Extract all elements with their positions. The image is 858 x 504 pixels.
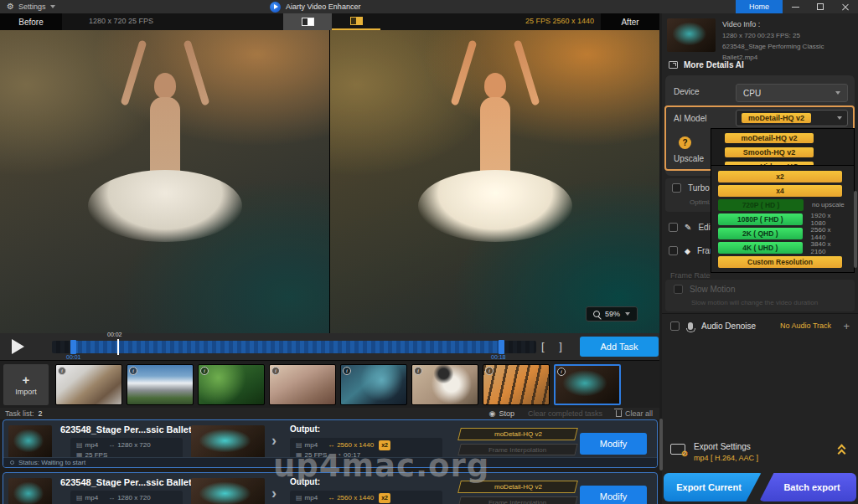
- media-thumbnail-snow-dog[interactable]: i: [55, 364, 122, 405]
- tab-after[interactable]: After: [601, 13, 659, 30]
- task-list-count: Task list: 2: [5, 409, 43, 418]
- device-label: Device: [674, 87, 700, 96]
- before-image: [0, 30, 329, 333]
- edit-checkbox[interactable]: [669, 223, 678, 232]
- modify-button[interactable]: Modify: [580, 433, 647, 455]
- app-window: ⚙ Settings Aiarty Video Enhancer Home Be…: [0, 0, 858, 504]
- frame-interpolation-checkbox-row[interactable]: ◆ Frame Interpolation: [669, 246, 714, 255]
- upscale-option-1080p[interactable]: 1080P ( FHD )1920 x 1080: [718, 213, 847, 225]
- ai-model-option[interactable]: Smooth-HQ v2: [711, 145, 854, 159]
- trim-start-handle[interactable]: [70, 340, 76, 354]
- ai-model-select[interactable]: moDetail-HQ v2: [736, 110, 848, 126]
- upscale-option-4k[interactable]: 4K ( UHD )3840 x 2160: [718, 241, 847, 254]
- help-icon[interactable]: ?: [679, 136, 691, 149]
- playhead[interactable]: [117, 339, 119, 355]
- video-info-thumbnail: [667, 18, 716, 52]
- arrow-icon: ›: [271, 432, 277, 450]
- resolution-icon: ↔: [108, 493, 115, 503]
- info-icon[interactable]: i: [485, 367, 494, 375]
- media-thumbnail-mountains[interactable]: i: [127, 364, 194, 405]
- zoom-level-control[interactable]: 59%: [586, 306, 638, 321]
- media-thumbnail-cat[interactable]: i: [411, 364, 478, 405]
- app-title-area: Aiarty Video Enhancer: [270, 0, 360, 13]
- info-icon[interactable]: i: [557, 368, 566, 376]
- timeline-track[interactable]: 00:02 00:01 00:18: [52, 341, 536, 353]
- settings-sidebar: Video Info : 1280 x 720 00:23 FPS: 25 62…: [662, 13, 858, 504]
- playhead-time: 00:02: [107, 332, 122, 337]
- media-thumbnail-tiger[interactable]: i: [483, 364, 550, 405]
- collapse-chevrons-icon[interactable]: [838, 445, 846, 455]
- turbo-checkbox-row[interactable]: Turbo: [672, 183, 710, 193]
- frame-checkbox[interactable]: [669, 246, 678, 255]
- media-thumbnail-plants[interactable]: i: [198, 364, 265, 405]
- task-source-thumbnail: [8, 478, 52, 504]
- tab-before[interactable]: Before: [0, 13, 62, 30]
- export-current-button[interactable]: Export Current: [664, 473, 764, 501]
- info-icon[interactable]: i: [200, 367, 209, 375]
- edit-checkbox-row[interactable]: ✎ Edit: [669, 223, 713, 232]
- trash-icon: [616, 410, 622, 417]
- audio-denoise-row: Audio Denoise No Audio Track +: [662, 315, 858, 337]
- upscale-option-2k[interactable]: 2K ( QHD )2560 x 1440: [718, 227, 847, 239]
- task-preview-thumbnail: [191, 425, 265, 459]
- slow-motion-checkbox-row[interactable]: Slow Motion: [674, 285, 735, 294]
- import-button[interactable]: + Import: [3, 364, 49, 405]
- upscale-option-720p[interactable]: 720P ( HD )no upscale: [718, 198, 847, 211]
- ai-model-option[interactable]: moDetail-HQ v2: [711, 131, 854, 145]
- clear-all-button[interactable]: Clear all: [616, 409, 653, 418]
- gear-icon: ⚙: [7, 3, 14, 11]
- minimize-button[interactable]: [783, 0, 808, 13]
- side-by-side-icon: [350, 17, 363, 25]
- trim-brackets-icon[interactable]: [ ]: [541, 340, 568, 352]
- play-button[interactable]: [12, 339, 24, 354]
- device-select[interactable]: CPU: [736, 84, 848, 102]
- upscale-dropdown: x2 x4 720P ( HD )no upscale 1080P ( FHD …: [711, 165, 855, 273]
- modify-button[interactable]: Modify: [580, 486, 647, 504]
- add-task-button[interactable]: Add Task: [580, 337, 659, 357]
- side-by-side-toggle[interactable]: [332, 13, 380, 30]
- titlebar: ⚙ Settings Aiarty Video Enhancer Home: [0, 0, 858, 13]
- maximize-button[interactable]: [808, 0, 833, 13]
- media-thumbnail-train[interactable]: i: [340, 364, 407, 405]
- video-info-meta: 1280 x 720 00:23 FPS: 25: [722, 30, 858, 41]
- stop-button[interactable]: ◉ Stop: [489, 409, 514, 418]
- timeline-selection: [74, 341, 503, 353]
- magnifier-icon: [593, 311, 600, 317]
- media-thumbnail-woman-bath[interactable]: i: [269, 364, 336, 405]
- format-icon: ▤: [76, 493, 83, 503]
- info-icon[interactable]: i: [271, 367, 280, 375]
- media-strip: + Import i i i i i i i i: [0, 360, 659, 408]
- video-info-block: Video Info : 1280 x 720 00:23 FPS: 25 62…: [722, 19, 858, 63]
- upscale-option-x2[interactable]: x2: [718, 170, 847, 183]
- clear-completed-button[interactable]: Clear completed tasks: [528, 409, 602, 418]
- pencil-icon: ✎: [685, 223, 691, 232]
- sidebar-scrollbar[interactable]: [854, 191, 857, 268]
- upscale-option-custom[interactable]: Custom Resolution: [718, 255, 847, 268]
- audio-denoise-checkbox[interactable]: [670, 321, 680, 331]
- timeline-bar: 00:02 00:01 00:18 [ ] Add Task: [0, 333, 659, 360]
- frame-interpolation-badge: Frame Interpolation: [457, 496, 577, 504]
- turbo-checkbox[interactable]: [672, 183, 681, 193]
- info-icon[interactable]: i: [129, 367, 137, 375]
- app-logo-icon: [270, 2, 281, 13]
- trim-end-handle[interactable]: [499, 340, 504, 354]
- info-icon[interactable]: i: [414, 367, 422, 375]
- audio-track-status: No Audio Track: [780, 321, 831, 330]
- split-view-icon: [302, 18, 314, 26]
- task-list-scrollbar[interactable]: [659, 419, 663, 471]
- add-audio-button[interactable]: +: [843, 320, 850, 332]
- home-button[interactable]: Home: [736, 0, 783, 13]
- export-settings-block[interactable]: ⚙ Export Settings mp4 [ H.264, AAC ]: [662, 440, 858, 471]
- slow-motion-checkbox[interactable]: [674, 285, 683, 294]
- close-button[interactable]: [833, 0, 858, 13]
- settings-menu[interactable]: ⚙ Settings: [7, 0, 55, 13]
- upscale-option-x4[interactable]: x4: [718, 184, 847, 197]
- split-view-toggle[interactable]: [283, 13, 332, 30]
- chevron-down-icon: [50, 5, 55, 8]
- info-icon[interactable]: i: [343, 367, 351, 375]
- ai-model-label: AI Model: [674, 114, 706, 123]
- format-icon: ▤: [76, 440, 83, 450]
- media-thumbnail-ballet-dancer[interactable]: i: [554, 364, 621, 405]
- info-icon[interactable]: i: [58, 367, 66, 375]
- batch-export-button[interactable]: Batch export: [759, 473, 856, 501]
